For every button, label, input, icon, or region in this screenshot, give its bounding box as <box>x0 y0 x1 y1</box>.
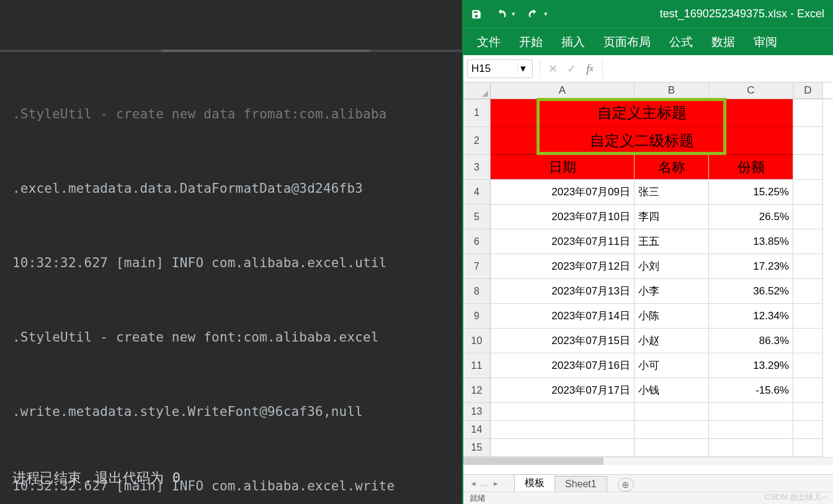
cell-name[interactable]: 张三 <box>635 180 709 205</box>
row-header[interactable]: 15 <box>463 439 491 457</box>
tab-formulas[interactable]: 公式 <box>669 34 693 50</box>
tab-insert[interactable]: 插入 <box>561 34 585 50</box>
cell-share[interactable]: 86.3% <box>709 329 793 353</box>
cell-name[interactable]: 小李 <box>635 279 709 304</box>
dropdown-caret-icon[interactable]: ▾ <box>517 63 528 74</box>
row-header[interactable]: 8 <box>463 279 491 304</box>
row-header[interactable]: 7 <box>463 254 491 279</box>
cell[interactable] <box>635 403 709 421</box>
select-all-corner[interactable] <box>463 82 491 99</box>
row-header[interactable]: 9 <box>463 304 491 329</box>
merged-title-main[interactable]: 自定义主标题 <box>491 99 793 127</box>
tab-home[interactable]: 开始 <box>519 34 543 50</box>
col-header-b[interactable]: B <box>635 82 709 99</box>
cell-name[interactable]: 小钱 <box>635 378 709 403</box>
row-header[interactable]: 6 <box>463 229 491 254</box>
sheet-tab[interactable]: Sheet1 <box>555 476 607 492</box>
cell-name[interactable]: 小可 <box>635 353 709 378</box>
cell[interactable] <box>793 304 823 329</box>
tab-review[interactable]: 审阅 <box>754 34 777 50</box>
cell-name[interactable]: 王五 <box>635 229 709 254</box>
cell[interactable] <box>491 403 635 421</box>
cell[interactable] <box>793 439 823 457</box>
dropdown-caret-icon[interactable]: ▾ <box>512 10 515 18</box>
cancel-icon[interactable]: ✕ <box>543 60 562 78</box>
grid-hscroll[interactable] <box>463 457 833 465</box>
sheet-nav-last-icon[interactable]: ▸ <box>491 477 501 489</box>
row-header[interactable]: 12 <box>463 378 491 403</box>
row-header[interactable]: 10 <box>463 329 491 353</box>
tab-data[interactable]: 数据 <box>711 34 735 50</box>
cell-share[interactable]: -15.6% <box>709 378 793 403</box>
cell[interactable] <box>491 439 635 457</box>
cell[interactable] <box>793 155 823 180</box>
row-header[interactable]: 14 <box>463 421 491 439</box>
cell-date[interactable]: 2023年07月11日 <box>491 229 635 254</box>
cell-share[interactable]: 36.52% <box>709 279 793 304</box>
tab-page-layout[interactable]: 页面布局 <box>604 34 651 50</box>
cell[interactable] <box>793 99 823 127</box>
cell-date[interactable]: 2023年07月12日 <box>491 254 635 279</box>
header-name[interactable]: 名称 <box>635 155 709 180</box>
cell[interactable] <box>793 403 823 421</box>
cell[interactable] <box>635 439 709 457</box>
header-share[interactable]: 份额 <box>709 155 793 180</box>
cell-date[interactable]: 2023年07月16日 <box>491 353 635 378</box>
cell-share[interactable]: 15.25% <box>709 180 793 205</box>
cell[interactable] <box>793 378 823 403</box>
row-header[interactable]: 13 <box>463 403 491 421</box>
cell-date[interactable]: 2023年07月14日 <box>491 304 635 329</box>
cell[interactable] <box>793 279 823 304</box>
cell[interactable] <box>491 421 635 439</box>
cell-date[interactable]: 2023年07月09日 <box>491 180 635 205</box>
cell[interactable] <box>793 180 823 205</box>
col-header-a[interactable]: A <box>491 82 635 99</box>
header-date[interactable]: 日期 <box>491 155 635 180</box>
row-header[interactable]: 2 <box>463 127 491 155</box>
cell-share[interactable]: 13.85% <box>709 229 793 254</box>
cell[interactable] <box>709 403 793 421</box>
cell[interactable] <box>709 421 793 439</box>
cell[interactable] <box>709 439 793 457</box>
cell[interactable] <box>793 127 823 155</box>
tab-file[interactable]: 文件 <box>477 34 501 50</box>
fx-icon[interactable]: fx <box>581 60 599 78</box>
spreadsheet-grid[interactable]: A B C D 1 自定义主标题 2 自定义二级标题 3 日期 <box>463 82 833 474</box>
col-header-d[interactable]: D <box>793 82 823 99</box>
cell[interactable] <box>793 229 823 254</box>
cell[interactable] <box>793 254 823 279</box>
merged-title-sub[interactable]: 自定义二级标题 <box>491 127 793 155</box>
add-sheet-icon[interactable]: ⊕ <box>618 478 634 492</box>
sheet-nav-first-icon[interactable]: ◂ <box>468 477 478 489</box>
console-hscroll[interactable] <box>0 50 462 52</box>
cell-name[interactable]: 小刘 <box>635 254 709 279</box>
cell-name[interactable]: 李四 <box>635 205 709 229</box>
cell[interactable] <box>793 353 823 378</box>
undo-icon[interactable] <box>494 7 508 21</box>
cell[interactable] <box>793 421 823 439</box>
dropdown-caret-icon[interactable]: ▾ <box>544 10 548 18</box>
name-box[interactable]: H15 ▾ <box>467 60 533 78</box>
cell-date[interactable]: 2023年07月10日 <box>491 205 635 229</box>
save-icon[interactable] <box>470 7 483 21</box>
cell[interactable] <box>635 421 709 439</box>
cell-share[interactable]: 17.23% <box>709 254 793 279</box>
cell-date[interactable]: 2023年07月15日 <box>491 329 635 353</box>
cell-date[interactable]: 2023年07月17日 <box>491 378 635 403</box>
row-header[interactable]: 11 <box>463 353 491 378</box>
formula-input[interactable] <box>606 60 833 78</box>
ide-console[interactable]: .StyleUtil - create new data fromat:com.… <box>0 0 462 504</box>
col-header-c[interactable]: C <box>709 82 793 99</box>
sheet-tab-active[interactable]: 模板 <box>514 474 555 492</box>
cell-share[interactable]: 13.29% <box>709 353 793 378</box>
sheet-nav-prev-icon[interactable]: … <box>479 477 489 489</box>
cell-name[interactable]: 小赵 <box>635 329 709 353</box>
cell-name[interactable]: 小陈 <box>635 304 709 329</box>
redo-icon[interactable] <box>527 7 540 21</box>
cell-date[interactable]: 2023年07月13日 <box>491 279 635 304</box>
cell-share[interactable]: 26.5% <box>709 205 793 229</box>
row-header[interactable]: 5 <box>463 205 491 229</box>
cell[interactable] <box>793 329 823 353</box>
row-header[interactable]: 3 <box>463 155 491 180</box>
row-header[interactable]: 1 <box>463 99 491 127</box>
